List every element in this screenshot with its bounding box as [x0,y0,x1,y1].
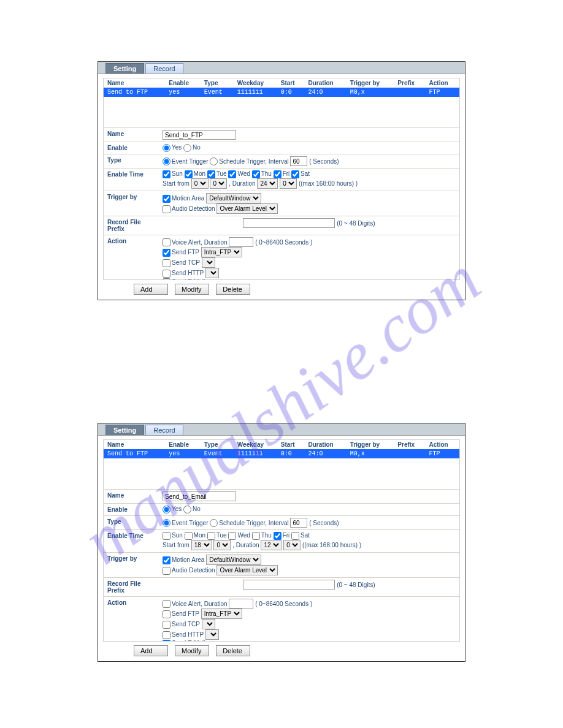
scroll-area[interactable]: Name Enable Type Weekday Start Duration … [103,78,460,280]
ftp-select[interactable]: Intra_FTP [201,609,242,619]
audio-select[interactable]: Over Alarm Level [216,565,278,575]
prefix-input[interactable] [243,580,335,590]
label-prefix: Record File Prefix [104,216,159,235]
day-mon-checkbox[interactable] [185,532,193,540]
sendftp-checkbox[interactable] [163,249,170,257]
motion-checkbox[interactable] [163,195,170,203]
label-enable: Enable [104,142,159,154]
start-hour-select[interactable]: 0 [191,178,209,189]
modify-button[interactable]: Modify [175,284,209,295]
motion-select[interactable]: DefaultWindow [206,193,261,203]
enable-no-label: No [193,506,201,512]
motion-select[interactable]: DefaultWindow [206,555,261,565]
tab-setting[interactable]: Setting [105,63,144,74]
start-min-select[interactable]: 0 [210,178,227,189]
day-sat-checkbox[interactable] [291,532,299,540]
scroll-area[interactable]: Name Enable Type Weekday Start Duration … [103,439,460,642]
tabbar: Setting Record [98,62,465,74]
cell: 1111111 [234,449,277,458]
voice-duration-input[interactable] [229,237,253,247]
http-select[interactable] [205,629,219,640]
enable-yes-radio[interactable] [163,144,170,152]
audio-select[interactable]: Over Alarm Level [216,203,278,214]
tab-record[interactable]: Record [145,425,183,435]
day-wed-checkbox[interactable] [228,532,236,540]
add-button[interactable]: Add [134,284,168,295]
day-thu-checkbox[interactable] [252,170,260,178]
sendtcp-checkbox[interactable] [163,621,170,629]
label-enabletime: Enable Time [104,169,159,191]
sendtcp-label: Send TCP [172,621,200,628]
day-sat-checkbox[interactable] [291,170,299,178]
type-event-radio[interactable] [163,157,170,165]
day-mon-checkbox[interactable] [185,170,193,178]
dur-min-select[interactable]: 0 [280,178,297,189]
tcp-select[interactable] [202,619,215,629]
tab-setting[interactable]: Setting [105,425,144,435]
http-select[interactable] [205,268,219,278]
voice-checkbox[interactable] [163,600,170,608]
day-sun-checkbox[interactable] [163,532,170,540]
day-wed-checkbox[interactable] [228,170,236,178]
cell: 24:0 [305,449,347,458]
add-button[interactable]: Add [134,645,168,656]
sendftp-label: Send FTP [172,610,199,617]
label-action: Action [104,597,159,642]
prefix-input[interactable] [243,218,335,228]
type-sched-radio[interactable] [210,157,218,165]
th-trigger: Trigger by [347,440,394,449]
type-sched-radio[interactable] [210,519,218,527]
name-input[interactable] [163,130,236,140]
th-action: Action [426,440,459,449]
name-input[interactable] [163,491,236,501]
dur-hour-select[interactable]: 12 [261,540,282,550]
type-event-label: Event Trigger [172,158,208,165]
motion-checkbox[interactable] [163,556,170,564]
events-table: Name Enable Type Weekday Start Duration … [104,440,459,458]
cell: 0:0 [277,449,305,458]
tcp-select[interactable] [202,257,215,268]
day-tue-checkbox[interactable] [207,532,215,540]
cell: FTP [426,88,459,97]
cell: Event [201,88,234,97]
start-hour-select[interactable]: 18 [191,540,212,550]
table-row[interactable]: Send to FTP yes Event 1111111 0:0 24:0 M… [104,449,459,458]
sendhttp-checkbox[interactable] [163,631,170,639]
modify-button[interactable]: Modify [175,645,209,656]
start-min-select[interactable]: 0 [213,540,231,550]
sendtcp-label: Send TCP [172,259,200,266]
day-sun-checkbox[interactable] [163,170,170,178]
day-thu-checkbox[interactable] [252,532,260,540]
type-event-radio[interactable] [163,519,170,527]
th-name: Name [104,78,165,88]
delete-button[interactable]: Delete [216,645,250,656]
day-fri-checkbox[interactable] [274,532,282,540]
th-weekday: Weekday [234,78,277,88]
interval-input[interactable] [290,518,307,528]
day-fri-checkbox[interactable] [274,170,282,178]
table-row[interactable]: Send to FTP yes Event 1111111 0:0 24:0 M… [104,88,459,97]
ftp-select[interactable]: Intra_FTP [201,247,242,257]
dur-hour-select[interactable]: 24 [257,178,278,189]
sendhttp-label: Send HTTP [172,631,204,638]
sendtcp-checkbox[interactable] [163,259,170,267]
settings-panel-1: Setting Record Name Enable Type Weekday … [98,61,465,300]
tab-record[interactable]: Record [145,63,183,74]
type-sched-label: Schedule Trigger, Interval [219,520,288,526]
dur-min-select[interactable]: 0 [283,540,301,550]
audio-checkbox[interactable] [163,205,170,213]
voice-duration-input[interactable] [229,599,253,609]
sendhttp-checkbox[interactable] [163,270,170,278]
enable-yes-radio[interactable] [163,506,170,514]
interval-input[interactable] [290,156,307,166]
audio-checkbox[interactable] [163,567,170,575]
sendftp-checkbox[interactable] [163,610,170,618]
enable-no-radio[interactable] [183,144,191,152]
cell: Event [201,449,234,458]
voice-checkbox[interactable] [163,238,170,246]
th-enable: Enable [165,78,201,88]
cell: 0:0 [277,88,305,97]
delete-button[interactable]: Delete [216,284,250,295]
enable-no-radio[interactable] [183,506,191,514]
day-tue-checkbox[interactable] [207,170,215,178]
